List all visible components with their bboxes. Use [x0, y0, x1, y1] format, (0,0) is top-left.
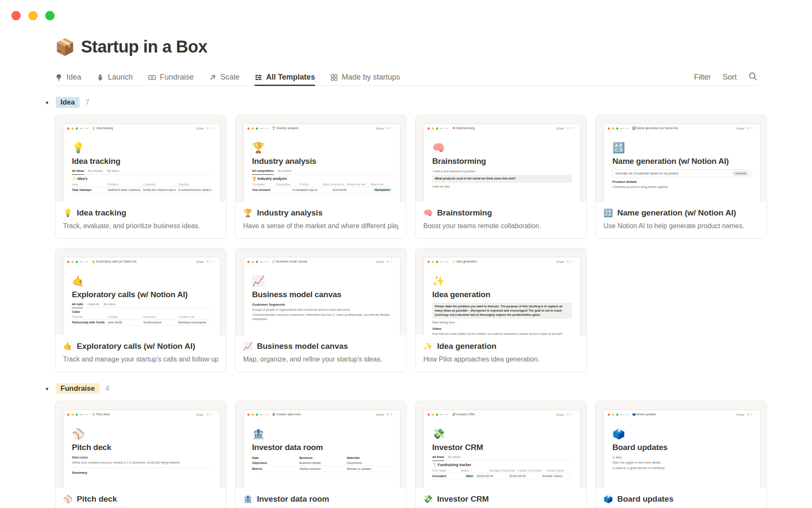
card-description: Use Notion AI to help generate product n… [604, 222, 759, 230]
mini-window: ≡ ‹ › + ⚾ Pitch deck Share ⊙ ☆ ⋯ ⚾ Pitch… [63, 410, 220, 488]
template-card-name-generation-w-notion-ai[interactable]: ≡ ‹ › + 🔠 Name generation (w/ Notion AI)… [595, 115, 767, 239]
mini-ai-prompt: Generate me 15 potential names for my pr… [612, 169, 752, 177]
mini-minimize-icon [71, 414, 74, 416]
card-thumbnail: ≡ ‹ › + 🏆 Industry analysis Share ⊙ ☆ ⋯ … [236, 115, 406, 202]
card-emoji: 🗳️ [604, 495, 613, 503]
close-window-button[interactable] [11, 11, 21, 20]
mini-close-icon [428, 261, 430, 263]
arrow-up-right-icon [209, 74, 217, 81]
card-emoji: 🏦 [243, 495, 252, 503]
template-card-brainstorming[interactable]: ≡ ‹ › + 🧠 Brainstorming Share ⊙ ☆ ⋯ 🧠 Br… [415, 115, 587, 239]
card-title: Name generation (w/ Notion AI) [617, 208, 736, 218]
mini-nav-icons: ≡ ‹ › + [260, 260, 269, 264]
card-meta: ✨ Idea generation How Pilot approaches i… [416, 335, 586, 363]
mini-window-chrome: ≡ ‹ › + 🗳️ Board updates Share ⊙ ☆ ⋯ [604, 410, 760, 419]
mini-window-actions: Share ⊙ ☆ ⋯ [376, 413, 396, 416]
mini-table-header: CompanyDescriptionPricingMost common fea… [252, 182, 392, 187]
mini-subheading: Customer Segments [252, 303, 392, 306]
filter-button[interactable]: Filter [694, 73, 711, 82]
mini-page-heading: Brainstorming [432, 157, 572, 166]
mini-zoom-icon [256, 261, 258, 263]
template-card-investor-data-room[interactable]: ≡ ‹ › + 🏦 Investor data room Share ⊙ ☆ ⋯… [235, 401, 406, 508]
mini-page-emoji: 🏦 [252, 429, 392, 439]
mini-nav-icons: ≡ ‹ › + [80, 127, 88, 130]
sort-button[interactable]: Sort [723, 73, 737, 82]
mini-zoom-icon [436, 414, 438, 416]
mini-page-body: 🧠 Brainstorming + Add a new brainstorm q… [424, 133, 580, 188]
card-description: How Pilot approaches idea generation. [423, 356, 579, 363]
page-title: Startup in a Box [81, 37, 207, 56]
mini-window: ≡ ‹ › + 📈 Business model canvas Share ⊙ … [243, 257, 401, 335]
card-meta: 🏆 Industry analysis Have a sense of the … [236, 202, 406, 230]
template-card-industry-analysis[interactable]: ≡ ‹ › + 🏆 Industry analysis Share ⊙ ☆ ⋯ … [235, 115, 406, 239]
mini-nav-icons: ≡ ‹ › + [440, 260, 449, 264]
section-idea: ▾ Idea 7 ≡ ‹ › + 💡 Idea tracking Share ⊙… [55, 97, 757, 372]
view-tab-idea[interactable]: Idea [55, 69, 81, 86]
mini-nav-icons: ≡ ‹ › + [260, 127, 269, 130]
template-card-business-model-canvas[interactable]: ≡ ‹ › + 📈 Business model canvas Share ⊙ … [235, 248, 406, 372]
card-thumbnail: ≡ ‹ › + 🤙 Exploratory calls (w/ Notion A… [55, 248, 226, 335]
mini-text-line: Start writing here... [432, 320, 572, 324]
mini-table-row: Your productA navigation app to$10/month… [252, 187, 392, 193]
view-tab-made-by-startups[interactable]: Made by startups [330, 69, 400, 86]
mini-window-title: ✨ Idea generation [452, 260, 477, 263]
mini-page-emoji: 🧠 [432, 143, 572, 153]
card-thumbnail: ≡ ‹ › + 📈 Business model canvas Share ⊙ … [236, 248, 406, 335]
view-tab-launch[interactable]: Launch [96, 69, 133, 86]
mini-page-body: 🤙 Exploratory calls (w/ Notion AI) All c… [63, 266, 220, 326]
section-badge[interactable]: Idea [56, 97, 80, 108]
mini-window-title: 🗳️ Board updates [632, 413, 656, 416]
mini-nav-icons: ≡ ‹ › + [80, 413, 88, 417]
mini-page-emoji: 💡 [72, 143, 211, 153]
card-meta: 🏦 Investor data room [236, 488, 406, 508]
collapse-toggle-icon[interactable]: ▾ [46, 386, 52, 392]
banknote-icon [148, 74, 156, 81]
mini-section-title: ✨ Idea's [72, 177, 211, 181]
page-emoji[interactable]: 📦 [55, 39, 75, 55]
view-tab-scale[interactable]: Scale [209, 69, 239, 86]
mini-table-row: MetricsMarket researchMinutes & updates [252, 466, 392, 472]
mini-window-actions: Share ⊙ ☆ ⋯ [556, 260, 576, 263]
mini-close-icon [247, 127, 250, 130]
grid-icon [330, 74, 338, 81]
collapse-toggle-icon[interactable]: ▾ [46, 99, 52, 106]
mini-window-title: 💸 Investor CRM [452, 413, 475, 416]
mini-page-content: Generate me 15 potential names for my pr… [612, 169, 752, 189]
zoom-window-button[interactable] [45, 11, 55, 20]
view-tab-all-templates[interactable]: All Templates [255, 69, 315, 86]
mini-text-line: Groups of people or organizations that a… [252, 308, 392, 312]
mini-zoom-icon [256, 414, 258, 416]
mini-close-icon [608, 127, 610, 130]
mini-subheading: One-Liner [72, 456, 211, 459]
mini-window: ≡ ‹ › + 💸 Investor CRM Share ⊙ ☆ ⋯ 💸 Inv… [423, 410, 581, 488]
section-count: 4 [105, 384, 109, 393]
card-emoji: 🧠 [423, 209, 433, 217]
mini-page-heading: Pitch deck [72, 443, 211, 452]
view-tab-fundraise[interactable]: Fundraise [148, 69, 194, 86]
mini-share-button: Share [376, 127, 384, 130]
mini-page-emoji: ✨ [432, 276, 572, 286]
mini-page-body: 🗳️ Board updates ⊙ AsksOpen the toggle t… [604, 419, 760, 470]
card-meta: 🗳️ Board updates [596, 488, 766, 508]
template-card-exploratory-calls-w-notion-ai[interactable]: ≡ ‹ › + 🤙 Exploratory calls (w/ Notion A… [55, 248, 226, 372]
search-icon[interactable] [749, 72, 757, 83]
mini-minimize-icon [71, 127, 74, 130]
mini-page-content: One-LinerDefine your company and your mi… [72, 456, 211, 475]
mini-page-heading: Investor CRM [432, 443, 572, 452]
template-card-investor-crm[interactable]: ≡ ‹ › + 💸 Investor CRM Share ⊙ ☆ ⋯ 💸 Inv… [415, 401, 587, 508]
mini-page-content: + Add a new brainstorm questionWhat prod… [432, 169, 572, 188]
mini-minimize-icon [252, 127, 254, 130]
mini-window-chrome: ≡ ‹ › + 🏦 Investor data room Share ⊙ ☆ ⋯ [244, 410, 400, 419]
mini-minimize-icon [432, 127, 434, 130]
lightbulb-icon [55, 74, 63, 81]
minimize-window-button[interactable] [28, 11, 38, 20]
mini-page-content: All callsCalendarBy statusCallsPurposeCo… [72, 303, 211, 326]
card-emoji: ✨ [423, 342, 433, 350]
mini-page-content: Please state the problem you want to dis… [432, 303, 572, 335]
template-card-pitch-deck[interactable]: ≡ ‹ › + ⚾ Pitch deck Share ⊙ ☆ ⋯ ⚾ Pitch… [55, 401, 226, 508]
template-card-idea-tracking[interactable]: ≡ ‹ › + 💡 Idea tracking Share ⊙ ☆ ⋯ 💡 Id… [55, 115, 226, 239]
section-badge[interactable]: Fundraise [56, 383, 99, 394]
template-card-board-updates[interactable]: ≡ ‹ › + 🗳️ Board updates Share ⊙ ☆ ⋯ 🗳️ … [595, 401, 767, 508]
template-card-idea-generation[interactable]: ≡ ‹ › + ✨ Idea generation Share ⊙ ☆ ⋯ ✨ … [415, 248, 587, 372]
mini-page-content: All ideasBy industryBy status✨ Idea'sIde… [72, 169, 211, 193]
